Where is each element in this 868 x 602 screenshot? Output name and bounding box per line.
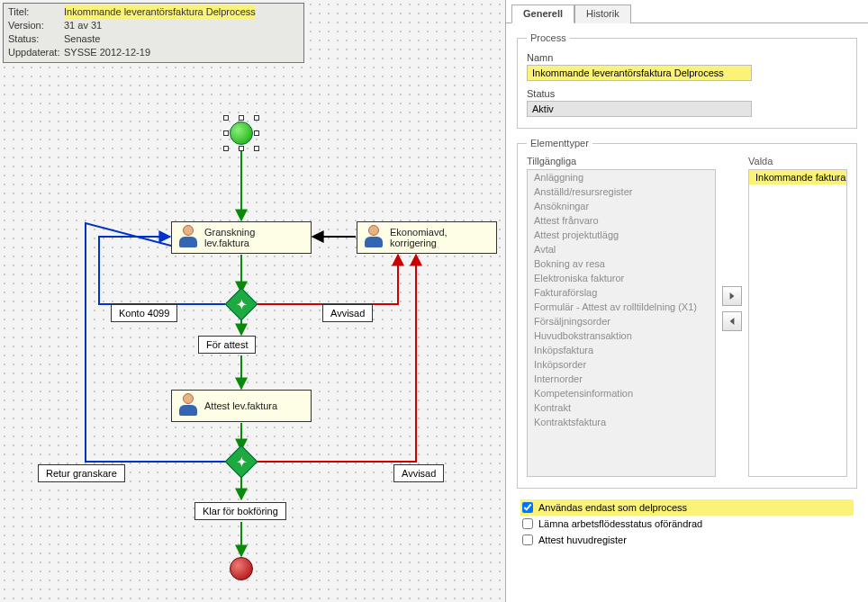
available-list[interactable]: AnläggningAnställd/resursregisterAnsökni… [527,169,716,477]
task-granskning[interactable]: Granskninglev.faktura [171,221,312,254]
check-attest-input[interactable] [522,535,533,545]
chevron-right-icon [728,292,736,300]
label-klar[interactable]: Klar för bokföring [194,502,286,520]
tab-bar: Generell Historik [506,0,868,23]
list-item[interactable]: Inköpsfaktura [528,343,715,357]
namn-label: Namn [527,52,847,63]
check-status-input[interactable] [522,518,533,529]
task-label: korrigering [390,238,448,248]
selection-handles [223,115,259,151]
label-text: Konto 4099 [119,308,169,319]
label-text: Klar för bokföring [203,506,278,517]
label-text: För attest [206,339,248,350]
list-item[interactable]: Avtal [528,242,715,256]
list-item[interactable]: Kompetensinformation [528,386,715,400]
process-legend: Process [527,32,570,43]
list-item[interactable]: Elektroniska fakturor [528,271,715,285]
checkbox-group: Användas endast som delprocess Lämna arb… [517,498,857,548]
list-item[interactable]: Huvudbokstransaktion [528,328,715,343]
namn-field: Inkommande leverantörsfaktura Delprocess [527,65,752,81]
diagram-canvas[interactable]: Titel:Inkommande leverantörsfaktura Delp… [0,0,506,602]
user-icon [177,393,199,418]
process-fieldset: Process Namn Inkommande leverantörsfaktu… [517,32,857,129]
label-retur[interactable]: Retur granskare [38,464,125,482]
task-label: Granskning [204,227,255,238]
move-left-button[interactable] [722,311,742,331]
task-label: Ekonomiavd, [390,227,448,238]
label-for-attest[interactable]: För attest [198,336,256,354]
label-konto[interactable]: Konto 4099 [111,304,177,322]
check-attest[interactable]: Attest huvudregister [520,532,854,548]
list-item[interactable]: Anläggning [528,170,715,184]
label-avvisad-2[interactable]: Avvisad [393,464,444,482]
list-item[interactable]: Fakturaförslag [528,285,715,300]
task-ekonomiavd[interactable]: Ekonomiavd,korrigering [357,221,497,254]
task-attest[interactable]: Attest lev.faktura [171,390,312,422]
list-item[interactable]: Kontrakt [528,400,715,415]
check-delprocess-input[interactable] [522,502,533,513]
element-legend: Elementtyper [527,138,592,148]
chevron-left-icon [728,318,736,325]
label-text: Avvisad [330,308,365,319]
end-node[interactable] [230,557,253,580]
selected-label: Valda [748,156,847,166]
list-item[interactable]: Bokning av resa [528,256,715,271]
selected-list[interactable]: Inkommande faktura [748,169,847,477]
list-item[interactable]: Anställd/resursregister [528,184,715,199]
status-field: Aktiv [527,101,752,117]
label-avvisad-1[interactable]: Avvisad [322,304,373,322]
move-right-button[interactable] [722,286,742,306]
status-label: Status [527,88,847,99]
list-item[interactable]: Internorder [528,372,715,386]
task-label: Attest lev.faktura [204,400,277,411]
elementtyper-fieldset: Elementtyper Tillgängliga AnläggningAnst… [517,138,857,489]
list-item[interactable]: Attest frånvaro [528,213,715,228]
user-icon [363,225,384,250]
list-item[interactable]: Inköpsorder [528,357,715,372]
user-icon [177,225,199,250]
check-label: Användas endast som delprocess [538,502,687,513]
side-panel: Generell Historik Process Namn Inkommand… [506,0,868,602]
check-status[interactable]: Lämna arbetsflödesstatus oförändrad [520,516,854,532]
list-item[interactable]: Ansökningar [528,199,715,213]
check-delprocess[interactable]: Användas endast som delprocess [520,499,854,516]
tab-historik[interactable]: Historik [574,4,631,23]
gateway-1[interactable]: ✦ [230,292,253,316]
task-label: lev.faktura [204,238,255,248]
list-item[interactable]: Försäljningsorder [528,314,715,328]
list-item[interactable]: Attest projektutlägg [528,228,715,242]
check-label: Lämna arbetsflödesstatus oförändrad [538,518,702,529]
list-item[interactable]: Inkommande faktura [749,170,846,184]
label-text: Retur granskare [46,468,117,479]
gateway-2[interactable]: ✦ [230,450,253,473]
available-label: Tillgängliga [527,156,716,166]
list-item[interactable]: Formulär - Attest av rolltildelning (X1) [528,300,715,314]
tab-generell[interactable]: Generell [511,4,574,23]
list-item[interactable]: Kontraktsfaktura [528,415,715,429]
label-text: Avvisad [402,468,436,479]
check-label: Attest huvudregister [538,535,627,545]
